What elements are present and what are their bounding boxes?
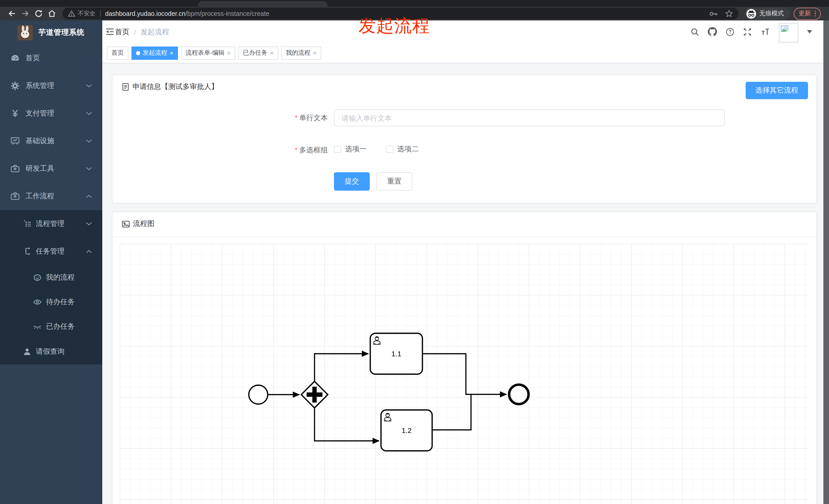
- app-logo-row: 芋道管理系统: [0, 21, 102, 44]
- chevron-down-icon: [86, 139, 92, 143]
- sidebar-item-label: 任务管理: [36, 247, 65, 256]
- close-icon[interactable]: ×: [270, 50, 274, 56]
- incognito-badge: 无痕模式: [744, 7, 789, 20]
- warning-icon: [68, 10, 75, 17]
- sidebar-item-done-tasks[interactable]: 已办任务: [0, 314, 102, 339]
- checkbox-option-2[interactable]: [386, 146, 393, 153]
- reset-button[interactable]: 重置: [376, 172, 412, 191]
- eye-icon: [33, 298, 42, 307]
- browser-menu-icon[interactable]: [815, 11, 816, 16]
- bookmark-star-icon[interactable]: [725, 10, 732, 17]
- apply-info-card: 申请信息【测试多审批人】 选择其它流程 *单行文本 *多选框组 选项一 选项二: [112, 75, 817, 203]
- browser-update-button[interactable]: 更新: [793, 7, 821, 20]
- user-task-1-1[interactable]: 1.1: [370, 333, 423, 374]
- sidebar-item-label: 基础设施: [26, 137, 54, 146]
- page-scrollbar[interactable]: [823, 21, 829, 504]
- tab-done-tasks[interactable]: 已办任务 ×: [238, 46, 278, 60]
- user-icon: [23, 347, 32, 356]
- tab-label: 发起流程: [143, 48, 167, 57]
- github-icon[interactable]: [708, 27, 717, 36]
- fullscreen-icon[interactable]: [743, 27, 752, 36]
- home-icon[interactable]: [45, 8, 58, 19]
- tab-home[interactable]: 首页: [107, 46, 129, 60]
- tab-my-process[interactable]: 我的流程 ×: [281, 46, 321, 60]
- toolbox-icon: [10, 164, 20, 173]
- chevron-down-icon: [86, 167, 92, 170]
- process-diagram-card: 流程图: [112, 211, 817, 504]
- omnibox-divider: [100, 10, 101, 17]
- tab-start-process[interactable]: 发起流程 ×: [132, 46, 178, 60]
- sidebar-item-label: 工作流程: [26, 192, 54, 201]
- sidebar-item-task-mgmt[interactable]: 任务管理: [0, 238, 102, 265]
- sidebar-item-label: 已办任务: [46, 322, 75, 331]
- checkbox-group: 选项一 选项二: [334, 145, 419, 154]
- parallel-gateway[interactable]: [301, 381, 328, 408]
- font-size-icon[interactable]: [760, 27, 770, 36]
- gear-icon: [10, 81, 20, 91]
- breadcrumb-current: 发起流程: [141, 28, 169, 37]
- chevron-down-icon: [86, 84, 92, 88]
- choose-other-process-button[interactable]: 选择其它流程: [746, 82, 808, 99]
- sidebar-item-process-mgmt[interactable]: 流程管理: [0, 210, 102, 238]
- submit-button[interactable]: 提交: [334, 172, 370, 191]
- forward-icon[interactable]: [19, 8, 32, 19]
- sidebar-item-devtools[interactable]: 研发工具: [0, 155, 102, 183]
- sidebar-item-label: 我的流程: [46, 273, 75, 282]
- monitor-icon: [10, 136, 20, 146]
- close-icon[interactable]: ×: [170, 50, 173, 56]
- checkbox-option-1[interactable]: [334, 146, 341, 153]
- help-icon[interactable]: [726, 27, 734, 36]
- sidebar-item-label: 系统管理: [26, 81, 54, 90]
- avatar-caret-icon[interactable]: [807, 30, 812, 34]
- end-event[interactable]: [509, 385, 529, 404]
- password-key-icon[interactable]: [709, 10, 718, 16]
- chevron-down-icon: [86, 222, 92, 226]
- sidebar-item-workflow[interactable]: 工作流程: [0, 183, 102, 210]
- app-logo: [17, 25, 33, 40]
- breadcrumb: 首页 / 发起流程: [115, 28, 169, 37]
- sidebar-item-leave-query[interactable]: 请假查询: [0, 339, 102, 364]
- close-icon[interactable]: ×: [227, 50, 231, 56]
- start-event[interactable]: [249, 385, 268, 404]
- sidebar-collapse-icon[interactable]: [105, 27, 114, 36]
- flow-list-icon: [23, 219, 32, 229]
- required-mark: *: [295, 146, 298, 154]
- flow-gateway-to-task2: [315, 409, 379, 441]
- avatar[interactable]: [779, 23, 798, 42]
- sidebar-item-home[interactable]: 首页: [0, 44, 102, 72]
- workflow-submenu: 流程管理 任务管理 我的流程 待办任务: [0, 210, 102, 364]
- tab-label: 流程表单-编辑: [186, 48, 224, 57]
- search-icon[interactable]: [690, 27, 699, 36]
- sidebar-item-todo-tasks[interactable]: 待办任务: [0, 290, 102, 314]
- tab-form-edit[interactable]: 流程表单-编辑 ×: [181, 46, 235, 60]
- single-line-text-input[interactable]: [334, 109, 725, 126]
- sidebar-item-my-process[interactable]: 我的流程: [0, 265, 102, 290]
- active-tab-dot: [136, 51, 140, 55]
- browser-active-tab[interactable]: [198, 1, 327, 7]
- document-icon: [122, 83, 130, 91]
- breadcrumb-home[interactable]: 首页: [115, 28, 130, 37]
- sidebar-item-label: 待办任务: [46, 298, 75, 307]
- user-task-1-2[interactable]: 1.2: [381, 410, 432, 451]
- back-icon[interactable]: [5, 8, 19, 19]
- sidebar-item-system[interactable]: 系统管理: [0, 72, 102, 100]
- flow-gateway-to-task1: [315, 354, 368, 381]
- sidebar-item-label: 流程管理: [36, 219, 65, 229]
- close-icon[interactable]: ×: [313, 50, 317, 56]
- annotation-text: 发起流程: [359, 17, 430, 34]
- browser-tab-strip: [0, 0, 829, 7]
- card-title: 流程图: [122, 219, 154, 229]
- reload-icon[interactable]: [32, 8, 45, 19]
- checkbox-option-2-label: 选项二: [397, 145, 419, 154]
- diagram-card-header: 流程图: [112, 212, 816, 237]
- tab-label: 已办任务: [243, 48, 267, 57]
- security-label: 不安全: [78, 10, 95, 17]
- sidebar-item-infrastructure[interactable]: 基础设施: [0, 127, 102, 155]
- yen-icon: [10, 109, 20, 118]
- sidebar-item-payment[interactable]: 支付管理: [0, 100, 102, 127]
- tags-view-bar: 首页 发起流程 × 流程表单-编辑 × 已办任务 × 我的流程 ×: [102, 43, 823, 64]
- bpmn-diagram: 1.1 1.2: [120, 244, 810, 504]
- sidebar-item-label: 首页: [26, 54, 40, 63]
- broken-image-icon: [781, 25, 790, 34]
- app-title: 芋道管理系统: [38, 28, 84, 37]
